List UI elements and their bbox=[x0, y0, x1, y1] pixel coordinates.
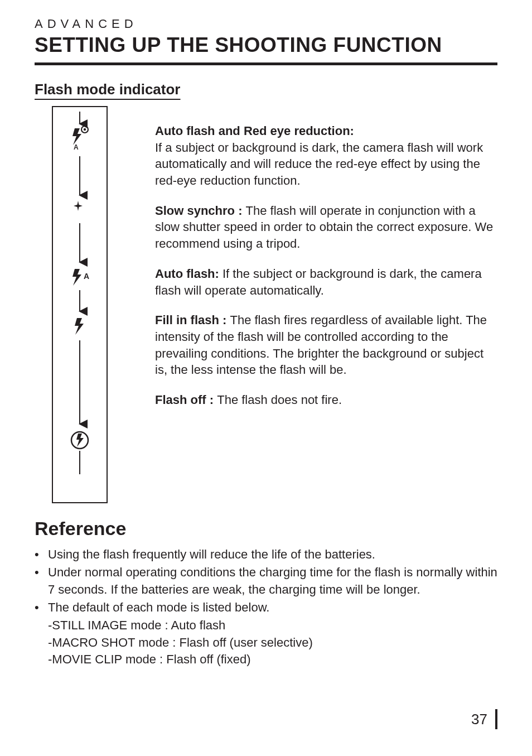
svg-point-2 bbox=[84, 128, 86, 131]
category-label: ADVANCED bbox=[35, 17, 497, 31]
bullet-icon: • bbox=[35, 599, 42, 616]
reference-list: • Using the flash frequently will reduce… bbox=[35, 546, 497, 668]
flash-mode-subhead: Flash mode indicator bbox=[35, 81, 497, 98]
ref-subline-movie: -MOVIE CLIP mode : Flash off (fixed) bbox=[35, 651, 497, 668]
ref-item-text: The default of each mode is listed below… bbox=[48, 599, 497, 616]
mode-auto-flash-label: Auto flash: bbox=[155, 267, 223, 281]
title-rule bbox=[35, 62, 497, 65]
mode-flash-off-label: Flash off : bbox=[155, 393, 217, 407]
ref-item: • Under normal operating conditions the … bbox=[35, 564, 497, 598]
ref-subline-macro: -MACRO SHOT mode : Flash off (user selec… bbox=[35, 634, 497, 651]
ref-subline-still: -STILL IMAGE mode : Auto flash bbox=[35, 617, 497, 634]
flash-mode-panel: A A bbox=[35, 106, 497, 503]
svg-text:A: A bbox=[84, 272, 89, 281]
ref-item: • Using the flash frequently will reduce… bbox=[35, 546, 497, 563]
page-number: 37 bbox=[471, 709, 497, 729]
icon-column: A A bbox=[55, 106, 105, 503]
mode-auto-redeye-label: Auto flash and Red eye reduction: bbox=[155, 123, 497, 139]
mode-flash-off-text: The flash does not fire. bbox=[217, 393, 342, 407]
mode-slow-synchro-label: Slow synchro : bbox=[155, 204, 246, 218]
bullet-icon: • bbox=[35, 564, 42, 598]
svg-text:A: A bbox=[74, 143, 79, 151]
ref-item-text: Using the flash frequently will reduce t… bbox=[48, 546, 497, 563]
mode-auto-flash: Auto flash: If the subject or background… bbox=[155, 266, 497, 298]
mode-slow-synchro: Slow synchro : The flash will operate in… bbox=[155, 203, 497, 252]
ref-item-text: Under normal operating conditions the ch… bbox=[48, 564, 497, 598]
mode-flash-off: Flash off : The flash does not fire. bbox=[155, 392, 497, 408]
descriptions: Auto flash and Red eye reduction: If a s… bbox=[155, 106, 497, 422]
ref-item: • The default of each mode is listed bel… bbox=[35, 599, 497, 616]
mode-fill-in-label: Fill in flash : bbox=[155, 313, 230, 327]
mode-fill-in: Fill in flash : The flash fires regardle… bbox=[155, 312, 497, 378]
icon-frame: A A bbox=[52, 106, 108, 503]
page-title: SETTING UP THE SHOOTING FUNCTION bbox=[35, 33, 497, 57]
reference-heading: Reference bbox=[35, 518, 497, 540]
bullet-icon: • bbox=[35, 546, 42, 563]
mode-auto-redeye-text: If a subject or background is dark, the … bbox=[155, 141, 483, 187]
mode-auto-redeye: Auto flash and Red eye reduction: If a s… bbox=[155, 123, 497, 189]
